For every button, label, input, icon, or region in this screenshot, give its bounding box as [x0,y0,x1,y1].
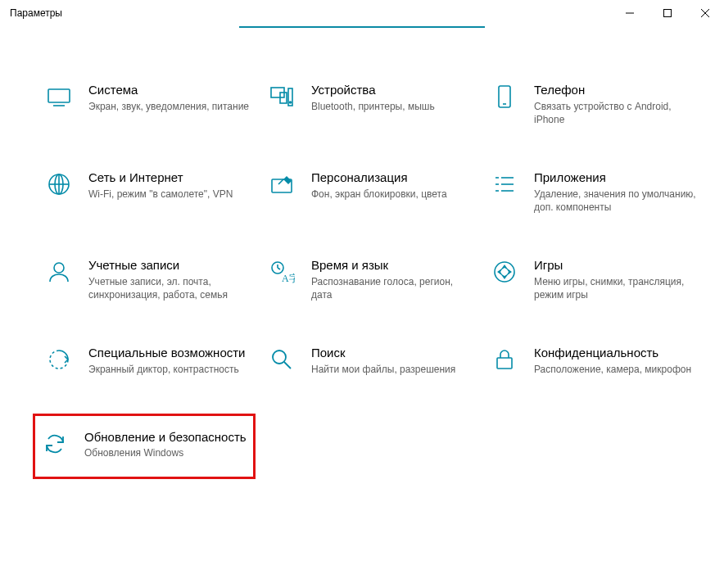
tile-desc: Связать устройство с Android, iPhone [534,100,698,128]
tile-desc: Учетные записи, эл. почта, синхронизация… [88,275,252,303]
window-controls [611,0,724,26]
svg-point-30 [273,351,286,364]
tile-gaming[interactable]: Игры Меню игры, снимки, трансляция, режи… [486,254,701,305]
privacy-icon [490,345,519,374]
svg-line-31 [284,362,291,369]
svg-line-27 [278,268,280,269]
network-icon [44,170,74,199]
svg-point-9 [290,102,292,103]
minimize-button[interactable] [611,0,649,26]
close-button[interactable] [686,0,724,26]
tile-apps[interactable]: Приложения Удаление, значения по умолчан… [486,166,701,218]
tile-title: Учетные записи [88,257,252,274]
window-title: Параметры [10,7,62,19]
tile-desc: Распознавание голоса, регион, дата [311,275,475,303]
settings-grid: Система Экран, звук, уведомления, питани… [0,28,724,504]
tile-title: Система [88,82,252,98]
tile-title: Конфиденциальность [534,345,698,361]
tile-desc: Удаление, значения по умолчанию, доп. ко… [534,188,698,215]
tile-title: Телефон [534,82,698,98]
tile-ease-of-access[interactable]: Специальные возможности Экранный диктор,… [41,341,256,379]
apps-icon [490,170,519,199]
tile-title: Специальные возможности [88,345,252,361]
tile-update-security[interactable]: Обновление и безопасность Обновления Win… [33,414,256,479]
phone-icon [490,82,519,111]
tile-phone[interactable]: Телефон Связать устройство с Android, iP… [486,79,701,130]
ease-of-access-icon [44,345,74,374]
search-icon [267,345,296,374]
svg-line-17 [278,179,283,184]
accounts-icon [44,257,74,287]
update-icon [40,429,70,459]
tile-title: Сеть и Интернет [88,170,252,186]
time-language-icon: A字 [267,257,296,287]
tile-network[interactable]: Сеть и Интернет Wi-Fi, режим "в самолете… [41,166,256,218]
tile-title: Приложения [534,170,698,186]
tile-title: Время и язык [311,257,475,274]
tile-title: Обновление и безопасность [84,429,250,446]
tile-personalization[interactable]: Персонализация Фон, экран блокировки, цв… [264,166,478,218]
svg-point-24 [54,263,64,273]
tile-desc: Обновления Windows [84,446,250,460]
devices-icon [267,82,296,111]
tile-privacy[interactable]: Конфиденциальность Расположение, камера,… [486,341,701,379]
tile-title: Поиск [311,345,475,361]
svg-rect-1 [664,10,672,17]
tile-desc: Найти мои файлы, разрешения [311,363,475,377]
tile-accounts[interactable]: Учетные записи Учетные записи, эл. почта… [41,254,256,305]
tile-desc: Экранный диктор, контрастность [88,363,252,377]
tile-title: Устройства [311,82,475,98]
tile-title: Персонализация [311,170,475,186]
tile-system[interactable]: Система Экран, звук, уведомления, питани… [41,79,256,130]
tile-desc: Расположение, камера, микрофон [534,363,698,377]
svg-rect-4 [48,89,70,102]
tile-search[interactable]: Поиск Найти мои файлы, разрешения [264,341,478,379]
svg-rect-32 [497,358,512,369]
tile-desc: Wi-Fi, режим "в самолете", VPN [88,188,252,201]
tile-time-language[interactable]: A字 Время и язык Распознавание голоса, ре… [264,254,478,305]
tile-desc: Меню игры, снимки, трансляция, режим игр… [534,275,698,303]
tile-title: Игры [534,257,698,274]
gaming-icon [490,257,519,287]
tile-devices[interactable]: Устройства Bluetooth, принтеры, мышь [264,79,478,130]
tile-desc: Bluetooth, принтеры, мышь [311,100,475,114]
maximize-button[interactable] [649,0,686,26]
tile-desc: Экран, звук, уведомления, питание [88,100,252,114]
tile-desc: Фон, экран блокировки, цвета [311,188,475,201]
svg-text:A字: A字 [282,273,295,284]
system-icon [44,82,74,111]
personalization-icon [267,170,296,199]
